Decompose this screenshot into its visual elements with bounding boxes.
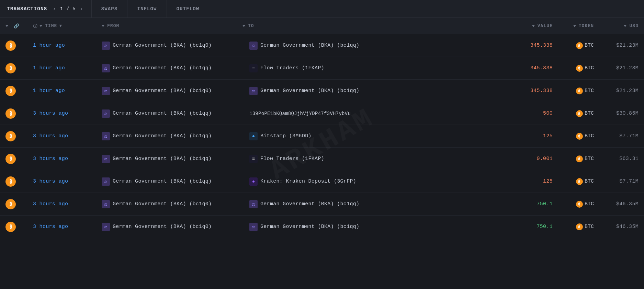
row-from: ⚖ German Government (BKA) (bc1q0) [102, 223, 242, 231]
time-value[interactable]: 3 hours ago [33, 201, 68, 207]
row-time: 3 hours ago [33, 156, 102, 162]
time-value[interactable]: 1 hour ago [33, 43, 65, 48]
next-page-button[interactable]: › [78, 5, 84, 13]
row-to: ⚖ German Government (BKA) (bc1qq) [242, 87, 508, 95]
btc-token-icon: ₿ [576, 88, 583, 94]
token-badge: ₿ BTC [576, 88, 594, 94]
pagination: ‹ 1 / 5 › [52, 5, 84, 13]
token-col-label: TOKEN [579, 23, 594, 28]
header-from[interactable]: FROM [102, 23, 242, 28]
btc-coin-icon: ₿ [5, 63, 16, 73]
filter-all-icon[interactable] [5, 23, 9, 28]
row-icons: ₿ [5, 63, 33, 73]
btc-coin-icon: ₿ [5, 154, 16, 164]
token-name: BTC [585, 111, 594, 116]
link-icon[interactable]: 🔗 [14, 23, 20, 29]
row-usd: $21.23M [594, 43, 639, 48]
to-col-label: TO [248, 23, 254, 28]
token-name: BTC [585, 65, 594, 71]
prev-page-button[interactable]: ‹ [52, 5, 57, 13]
to-entity-name: German Government (BKA) (bc1qq) [260, 201, 359, 207]
tab-outflow[interactable]: OUTFLOW [167, 0, 210, 18]
usd-amount: $21.23M [616, 88, 639, 94]
row-from: ⚖ German Government (BKA) (bc1qq) [102, 177, 242, 186]
row-icons: ₿ [5, 176, 33, 187]
row-token: ₿ BTC [553, 201, 594, 208]
row-to: ⚖ German Government (BKA) (bc1qq) [242, 200, 508, 208]
to-entity-icon: ≡ [249, 64, 258, 72]
from-entity-name: German Government (BKA) (bc1q0) [113, 224, 212, 230]
row-token: ₿ BTC [553, 223, 594, 230]
btc-coin-icon: ₿ [5, 222, 16, 232]
row-usd: $30.85M [594, 111, 639, 116]
header-usd[interactable]: USD [594, 23, 639, 28]
value-amount: 0.001 [536, 156, 553, 162]
row-value: 500 [508, 111, 553, 116]
tab-swaps[interactable]: SWAPS [92, 0, 128, 18]
time-value[interactable]: 3 hours ago [33, 111, 68, 116]
header-to[interactable]: TO [242, 23, 508, 28]
table-row[interactable]: ₿ 3 hours ago ⚖ German Government (BKA) … [0, 125, 644, 148]
to-entity-icon: ⚖ [249, 223, 258, 231]
row-usd: $21.23M [594, 65, 639, 71]
value-amount: 125 [543, 133, 553, 139]
row-icons: ₿ [5, 131, 33, 141]
from-entity-icon: ⚖ [102, 177, 110, 186]
token-name: BTC [585, 156, 594, 162]
table-row[interactable]: ₿ 3 hours ago ⚖ German Government (BKA) … [0, 170, 644, 193]
table-row[interactable]: ₿ 3 hours ago ⚖ German Government (BKA) … [0, 148, 644, 170]
row-usd: $63.31 [594, 156, 639, 162]
time-value[interactable]: 1 hour ago [33, 65, 65, 71]
tab-inflow[interactable]: INFLOW [127, 0, 167, 18]
time-value[interactable]: 3 hours ago [33, 156, 68, 162]
token-badge: ₿ BTC [576, 42, 594, 49]
header-value[interactable]: VALUE [508, 23, 553, 28]
to-entity-name: Kraken: Kraken Deposit (3GrFP) [260, 178, 356, 184]
row-to: ≡ Flow Traders (1FKAP) [242, 64, 508, 72]
value-amount: 500 [543, 111, 553, 116]
table-row[interactable]: ₿ 1 hour ago ⚖ German Government (BKA) (… [0, 57, 644, 80]
header-time[interactable]: TIME ▼ [33, 23, 102, 28]
row-token: ₿ BTC [553, 42, 594, 49]
from-entity-icon: ⚖ [102, 155, 110, 163]
time-value[interactable]: 1 hour ago [33, 88, 65, 94]
time-value[interactable]: 3 hours ago [33, 133, 68, 139]
row-to: ⚖ German Government (BKA) (bc1qq) [242, 223, 508, 231]
row-time: 3 hours ago [33, 178, 102, 184]
row-icons: ₿ [5, 86, 33, 96]
table-row[interactable]: ₿ 3 hours ago ⚖ German Government (BKA) … [0, 102, 644, 125]
btc-coin-icon: ₿ [5, 41, 16, 51]
btc-token-icon: ₿ [576, 223, 583, 230]
usd-amount: $63.31 [619, 156, 639, 162]
row-token: ₿ BTC [553, 110, 594, 117]
time-filter-tri [39, 25, 42, 27]
page-info: 1 / 5 [60, 6, 76, 12]
value-amount: 750.1 [536, 201, 553, 207]
time-value[interactable]: 3 hours ago [33, 224, 68, 230]
row-token: ₿ BTC [553, 88, 594, 94]
btc-coin-icon: ₿ [5, 176, 16, 187]
table-row[interactable]: ₿ 1 hour ago ⚖ German Government (BKA) (… [0, 34, 644, 57]
header-token[interactable]: TOKEN [553, 23, 594, 28]
to-entity-name: German Government (BKA) (bc1qq) [260, 88, 359, 94]
table-row[interactable]: ₿ 1 hour ago ⚖ German Government (BKA) (… [0, 80, 644, 102]
btc-token-icon: ₿ [576, 42, 583, 49]
to-entity-name: German Government (BKA) (bc1qq) [260, 224, 359, 230]
table-row[interactable]: ₿ 3 hours ago ⚖ German Government (BKA) … [0, 193, 644, 216]
row-from: ⚖ German Government (BKA) (bc1q0) [102, 87, 242, 95]
row-from: ⚖ German Government (BKA) (bc1qq) [102, 132, 242, 140]
table-row[interactable]: ₿ 3 hours ago ⚖ German Government (BKA) … [0, 216, 644, 238]
btc-token-icon: ₿ [576, 178, 583, 185]
from-col-label: FROM [107, 23, 119, 28]
token-name: BTC [585, 178, 594, 184]
to-entity-name: Flow Traders (1FKAP) [260, 65, 324, 71]
column-headers: 🔗 TIME ▼ FROM TO VALUE TOKEN USD [0, 18, 644, 34]
time-dropdown-icon[interactable]: ▼ [59, 23, 62, 28]
from-entity-name: German Government (BKA) (bc1q0) [113, 201, 212, 207]
from-entity-name: German Government (BKA) (bc1qq) [113, 133, 212, 139]
header-icons: 🔗 [5, 23, 33, 29]
time-value[interactable]: 3 hours ago [33, 178, 68, 184]
row-to: ⚖ German Government (BKA) (bc1qq) [242, 42, 508, 50]
row-icons: ₿ [5, 108, 33, 119]
transactions-tab[interactable]: TRANSACTIONS ‹ 1 / 5 › [0, 0, 92, 18]
